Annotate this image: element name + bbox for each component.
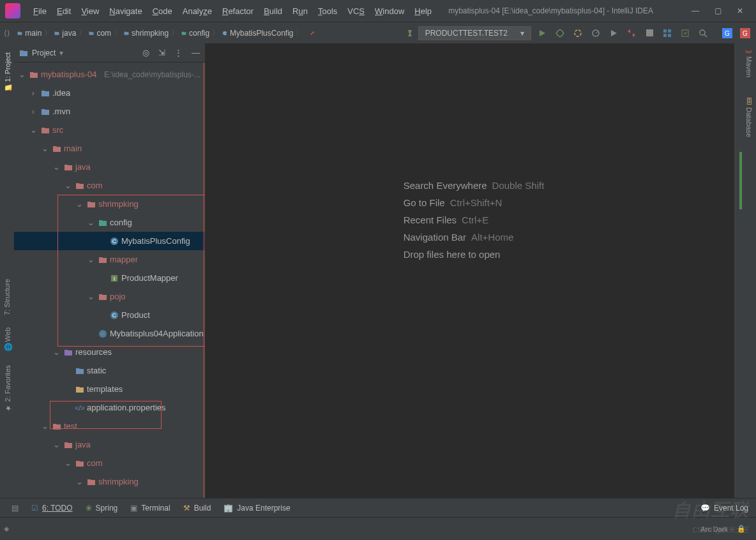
svg-text:I: I xyxy=(114,276,116,282)
translate-icon[interactable]: G xyxy=(720,26,734,40)
maximize-button[interactable]: ▢ xyxy=(714,6,722,15)
watermark-small: CSDN @虾米大王 xyxy=(693,525,750,535)
sidebar-title[interactable]: Project xyxy=(32,49,56,57)
tree-product[interactable]: CProduct xyxy=(14,306,205,324)
menu-view[interactable]: View xyxy=(77,5,103,17)
coverage-button[interactable] xyxy=(571,26,585,40)
sidebar-header: Project ▾ ◎ ⇲ ⋮ — xyxy=(14,43,205,63)
menu-build[interactable]: Build xyxy=(260,5,286,17)
bc-shrimpking[interactable]: shrimpking xyxy=(124,29,169,38)
tree-static[interactable]: static xyxy=(14,361,205,380)
tree-appprops[interactable]: </>application.properties xyxy=(14,398,205,417)
app-icon xyxy=(5,3,20,19)
tree-shrimpking[interactable]: ⌄shrimpking xyxy=(14,195,205,213)
sync-icon[interactable] xyxy=(678,26,692,40)
hint-navbar: Navigation BarAlt+Home xyxy=(404,232,545,243)
test-icon xyxy=(405,29,414,38)
tree-templates[interactable]: templates xyxy=(14,380,205,398)
search-icon[interactable] xyxy=(696,26,710,40)
svg-rect-6 xyxy=(663,29,667,33)
tree-com[interactable]: ⌄com xyxy=(14,176,205,195)
svg-rect-9 xyxy=(668,34,671,37)
g-icon[interactable]: G xyxy=(738,26,752,40)
bc-java[interactable]: java xyxy=(54,29,76,38)
sb-terminal[interactable]: ▣Terminal xyxy=(130,504,170,513)
tree-root[interactable]: ⌄mybatisplus-04 E:\idea_code\mybatisplus… xyxy=(14,65,205,84)
sb-build[interactable]: ⚒Build xyxy=(183,504,211,513)
hint-gotofile: Go to FileCtrl+Shift+N xyxy=(404,197,545,208)
menu-navigate[interactable]: Navigate xyxy=(105,5,146,17)
bc-config[interactable]: config xyxy=(181,29,209,38)
sb-todo[interactable]: ☑6: TODO xyxy=(31,504,73,513)
menu-tools[interactable]: Tools xyxy=(314,5,341,17)
svg-rect-7 xyxy=(668,29,671,33)
tree-application[interactable]: Mybatisplus04Application xyxy=(14,324,205,343)
tab-maven[interactable]: ⟫Maven xyxy=(745,47,753,80)
attach-button[interactable] xyxy=(607,26,621,40)
svg-point-2 xyxy=(557,30,563,36)
menu-analyze[interactable]: Analyze xyxy=(179,5,216,17)
hint-search: Search EverywhereDouble Shift xyxy=(404,180,545,191)
grid-icon[interactable] xyxy=(660,26,674,40)
tree-pojo[interactable]: ⌄pojo xyxy=(14,287,205,306)
menu-edit[interactable]: Edit xyxy=(53,5,75,17)
debug-button[interactable] xyxy=(553,26,567,40)
profile-button[interactable] xyxy=(589,26,603,40)
svg-text:G: G xyxy=(743,30,748,37)
tree-productmapper[interactable]: IProductMapper xyxy=(14,269,205,287)
sb-spring[interactable]: ❀Spring xyxy=(86,504,118,513)
hide-icon[interactable]: — xyxy=(192,48,200,57)
footer-layers-icon[interactable]: ◈ xyxy=(4,525,9,533)
menu-help[interactable]: Help xyxy=(411,5,435,17)
build-hammer-icon[interactable] xyxy=(310,29,315,38)
tree-shrimpking2[interactable]: ⌄shrimpking xyxy=(14,472,205,491)
tab-project[interactable]: 📁 1: Project xyxy=(3,50,11,95)
tree-java2[interactable]: ⌄java xyxy=(14,435,205,454)
settings-icon[interactable]: ⋮ xyxy=(174,48,183,57)
stop-button[interactable] xyxy=(642,26,656,40)
tab-favorites[interactable]: ★ 2: Favorites xyxy=(3,363,11,415)
menu-vcs[interactable]: VCS xyxy=(344,5,368,17)
run-config-selector[interactable]: PRODUCTTEST.TEST2▾ xyxy=(418,26,531,40)
hotswap-button[interactable] xyxy=(624,26,639,40)
tree-idea[interactable]: ›.idea xyxy=(14,84,205,102)
run-button[interactable] xyxy=(535,26,549,40)
bc-class[interactable]: CMybatisPlusConfig xyxy=(222,29,293,38)
main-menu: File Edit View Navigate Code Analyze Ref… xyxy=(29,5,435,17)
svg-text:C: C xyxy=(223,31,226,34)
bc-main[interactable]: main xyxy=(17,29,42,38)
tab-structure[interactable]: 7: Structure xyxy=(3,276,11,318)
tree-config[interactable]: ⌄config xyxy=(14,213,205,232)
tree-main[interactable]: ⌄main xyxy=(14,139,205,158)
minimize-button[interactable]: — xyxy=(692,6,699,15)
scroll-marker xyxy=(739,152,742,209)
tree-java[interactable]: ⌄java xyxy=(14,158,205,176)
menu-run[interactable]: Run xyxy=(289,5,312,17)
svg-text:G: G xyxy=(725,30,730,37)
close-button[interactable]: ✕ xyxy=(737,6,743,15)
tree-mapper[interactable]: ⌄mapper xyxy=(14,250,205,269)
svg-text:</>: </> xyxy=(75,404,84,412)
svg-rect-8 xyxy=(663,34,667,37)
project-tree: ⌄mybatisplus-04 E:\idea_code\mybatisplus… xyxy=(14,63,205,498)
tree-src[interactable]: ⌄src xyxy=(14,121,205,139)
tree-mybatisplusconfig[interactable]: CMybatisPlusConfig xyxy=(14,232,205,250)
menu-refactor[interactable]: Refactor xyxy=(218,5,257,17)
editor-scrollbar[interactable] xyxy=(734,43,742,498)
bc-com[interactable]: com xyxy=(89,29,111,38)
tree-mvn[interactable]: ›.mvn xyxy=(14,102,205,121)
sb-jee[interactable]: 🏢Java Enterprise xyxy=(223,504,290,513)
title-bar: File Edit View Navigate Code Analyze Ref… xyxy=(0,0,756,22)
tab-database[interactable]: 🗄Database xyxy=(745,95,753,140)
window-title: mybatisplus-04 [E:\idea_code\mybatisplus… xyxy=(448,6,653,15)
menu-file[interactable]: File xyxy=(29,5,50,17)
menu-code[interactable]: Code xyxy=(149,5,176,17)
tree-com2[interactable]: ⌄com xyxy=(14,454,205,472)
tree-test[interactable]: ⌄test xyxy=(14,417,205,435)
menu-window[interactable]: Window xyxy=(371,5,408,17)
collapse-icon[interactable]: ⇲ xyxy=(158,48,165,57)
tree-resources[interactable]: ⌄resources xyxy=(14,343,205,361)
tab-web[interactable]: 🌐 Web xyxy=(3,325,11,354)
target-icon[interactable]: ◎ xyxy=(142,48,149,57)
left-tool-gutter: 📁 1: Project 7: Structure 🌐 Web ★ 2: Fav… xyxy=(0,43,14,498)
